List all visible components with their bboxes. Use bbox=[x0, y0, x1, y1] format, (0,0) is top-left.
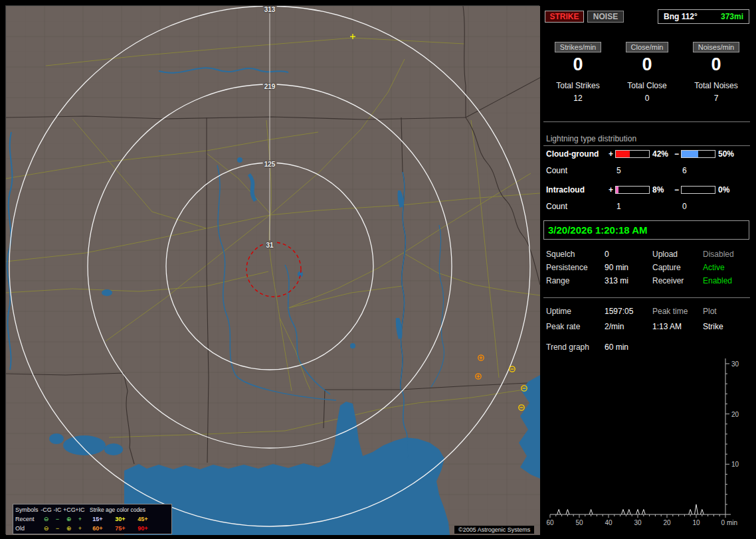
peak-rate-value: 2/min bbox=[605, 322, 624, 331]
svg-text:10: 10 bbox=[692, 519, 700, 526]
total-close-label: Total Close bbox=[613, 81, 682, 90]
capture-label: Capture bbox=[652, 263, 681, 272]
cg-minus-percent: 50% bbox=[718, 149, 734, 159]
svg-text:30: 30 bbox=[731, 360, 739, 368]
age-45: 45+ bbox=[132, 516, 153, 522]
uptime-label: Uptime bbox=[546, 307, 571, 316]
pos-ic-recent-icon: + bbox=[74, 516, 86, 522]
legend-symbols-header: Symbols bbox=[15, 506, 41, 513]
settings-row-2: Persistence 90 min Capture Active bbox=[543, 263, 751, 273]
noises-per-min-label: Noises/min bbox=[693, 42, 739, 52]
sidebar: STRIKE NOISE Bng 112° 373mi Strikes/min … bbox=[543, 0, 751, 539]
cg-plus-percent: 42% bbox=[652, 149, 668, 159]
squelch-label: Squelch bbox=[546, 250, 575, 259]
legend-row-recent: Recent ⊖ − ⊕ + 15+ 30+ 45+ bbox=[15, 514, 169, 524]
ic-minus-bar bbox=[681, 186, 715, 194]
legend-col-pos-cg: +CG bbox=[63, 506, 74, 513]
age-90: 90+ bbox=[132, 525, 153, 532]
peak-rate-label: Peak rate bbox=[546, 322, 580, 331]
svg-text:20: 20 bbox=[731, 411, 739, 418]
pos-cg-recent-icon: ⊕ bbox=[63, 516, 74, 522]
svg-text:50: 50 bbox=[575, 519, 583, 526]
age-75: 75+ bbox=[110, 525, 131, 532]
strike-toggle-button[interactable]: STRIKE bbox=[545, 11, 584, 23]
plus-sign: + bbox=[609, 149, 613, 159]
svg-text:10: 10 bbox=[731, 461, 739, 468]
peak-time-value: 1:13 AM bbox=[652, 322, 682, 331]
intracloud-label: Intracloud bbox=[546, 185, 585, 194]
cg-plus-count: 5 bbox=[616, 166, 621, 175]
persistence-label: Persistence bbox=[546, 263, 588, 272]
svg-text:30: 30 bbox=[634, 519, 642, 526]
close-per-min-label: Close/min bbox=[626, 42, 669, 52]
divider bbox=[543, 121, 750, 122]
cg-count-label: Count bbox=[546, 166, 567, 175]
noise-toggle-button[interactable]: NOISE bbox=[587, 11, 624, 23]
plus-sign: + bbox=[609, 185, 613, 194]
cg-plus-bar bbox=[615, 150, 650, 158]
neg-cg-old-icon: ⊖ bbox=[41, 525, 52, 532]
trend-graph-row: Trend graph 60 min bbox=[543, 343, 751, 353]
divider bbox=[543, 145, 750, 146]
range-readout-value: 373mi bbox=[721, 12, 743, 21]
squelch-value: 0 bbox=[605, 250, 609, 259]
pos-cg-old-icon: ⊕ bbox=[63, 525, 74, 532]
noises-per-min-value: 0 bbox=[682, 54, 751, 75]
upload-label: Upload bbox=[652, 250, 678, 259]
neg-cg-recent-icon: ⊖ bbox=[41, 516, 52, 522]
intracloud-row: Intracloud + 8% − 0% bbox=[543, 185, 751, 196]
close-per-min-column: Close/min 0 Total Close 0 bbox=[613, 40, 682, 103]
range-ring-label-125: 125 bbox=[263, 161, 277, 168]
cloud-ground-row: Cloud-ground + 42% − 50% bbox=[543, 149, 751, 160]
strikes-per-min-value: 0 bbox=[543, 54, 613, 75]
range-ring-label-219: 219 bbox=[263, 83, 277, 90]
bearing-range-readout: Bng 112° 373mi bbox=[658, 9, 749, 24]
cg-minus-count: 6 bbox=[682, 166, 687, 175]
minus-sign: − bbox=[674, 149, 679, 159]
legend-col-pos-ic: +IC bbox=[74, 506, 86, 513]
cg-minus-bar bbox=[681, 150, 715, 158]
range-label: Range bbox=[546, 276, 569, 285]
range-ring-label-31: 31 bbox=[264, 242, 274, 249]
svg-text:40: 40 bbox=[605, 519, 613, 526]
lightning-map[interactable]: 313 219 125 31 Symbols -CG -IC +CG +IC S… bbox=[5, 5, 539, 534]
rate-counters: Strikes/min 0 Total Strikes 12 Close/min… bbox=[543, 40, 751, 103]
pos-ic-old-icon: + bbox=[74, 525, 86, 532]
range-ring-label-313: 313 bbox=[263, 6, 277, 13]
svg-text:60: 60 bbox=[546, 519, 554, 526]
neg-ic-old-icon: − bbox=[52, 525, 63, 532]
uptime-value: 1597:05 bbox=[605, 307, 633, 316]
noises-per-min-column: Noises/min 0 Total Noises 7 bbox=[682, 40, 751, 103]
settings-row-3: Range 313 mi Receiver Enabled bbox=[543, 276, 751, 287]
cloud-ground-label: Cloud-ground bbox=[546, 149, 599, 159]
peak-time-label: Peak time bbox=[652, 307, 688, 316]
capture-status: Active bbox=[703, 263, 725, 272]
receiver-status: Enabled bbox=[703, 276, 732, 285]
settings-row-1: Squelch 0 Upload Disabled bbox=[543, 250, 751, 260]
plot-mode-value: Strike bbox=[703, 322, 723, 331]
bearing-label: Bng 112° bbox=[664, 12, 698, 21]
legend-row-old: Old ⊖ − ⊕ + 60+ 75+ 90+ bbox=[15, 524, 169, 533]
ic-count-label: Count bbox=[546, 202, 567, 211]
divider bbox=[543, 297, 750, 298]
ic-plus-percent: 8% bbox=[652, 185, 664, 194]
legend-col-neg-cg: -CG bbox=[41, 506, 52, 513]
close-per-min-value: 0 bbox=[613, 54, 682, 75]
total-noises-value: 7 bbox=[682, 94, 751, 103]
total-strikes-label: Total Strikes bbox=[543, 81, 613, 90]
svg-text:20: 20 bbox=[663, 519, 671, 526]
age-60: 60+ bbox=[87, 525, 108, 532]
total-strikes-value: 12 bbox=[543, 94, 613, 103]
strikes-per-min-column: Strikes/min 0 Total Strikes 12 bbox=[543, 40, 613, 103]
map-legend: Symbols -CG -IC +CG +IC Strike age color… bbox=[13, 504, 172, 534]
plot-label: Plot bbox=[703, 307, 717, 316]
total-noises-label: Total Noises bbox=[682, 81, 751, 90]
ic-plus-bar bbox=[615, 186, 650, 194]
age-15: 15+ bbox=[87, 516, 108, 522]
legend-col-neg-ic: -IC bbox=[52, 506, 63, 513]
trend-graph-label: Trend graph bbox=[546, 343, 589, 352]
ic-plus-count: 1 bbox=[616, 202, 621, 211]
distribution-title: Lightning type distribution bbox=[546, 134, 636, 143]
upload-status: Disabled bbox=[703, 250, 734, 259]
legend-age-header: Strike age color codes bbox=[86, 506, 169, 513]
